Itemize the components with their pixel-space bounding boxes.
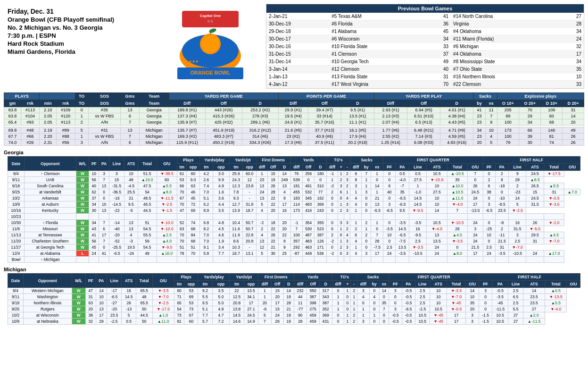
game-log-cell: 2 [495,171,509,177]
game-log-cell: 51 [138,220,157,226]
game-log-cell: 56 [89,238,99,244]
stats-cell: 2 [75,119,88,126]
game-log-cell: ▲5.5 [157,183,177,189]
game-log-cell: 1 [258,288,272,294]
game-log-cell: 11 [294,300,306,306]
game-log-cell: 352 [319,306,332,312]
game-log-cell: 28 [509,177,526,183]
game-log-cell: 44 [294,294,306,300]
game-time: 7:30 p.m. | ESPN [8,32,151,39]
game-log-cell: 10.5 [492,318,508,325]
stats-cell: 37.7 (#13) [308,127,341,134]
stats-cell: Georgia [139,107,169,113]
game-log-cell [371,214,383,220]
game-log-cell: 31 [85,294,96,300]
game-log-cell: 3 [350,183,362,189]
game-log-cell: 13 [124,226,138,232]
stats-cell: 20 [473,140,486,146]
stats-cell: 1.77 (#6) [374,127,407,134]
stats-cell: 49 [563,127,584,134]
game-log-cell: 9/25 [8,306,24,312]
stats-cell: Georgia [139,119,169,126]
stats-cell: #31 [88,127,121,134]
game-log-cell: 1 [350,220,362,226]
game-log-cell: 1 [357,312,370,318]
game-log-cell [409,257,426,263]
game-log-cell: 1 [344,189,350,195]
game-log-cell: 7.7 [213,251,230,257]
game-log-cell: 15 [268,171,279,177]
game-log-cell: W [76,195,89,201]
game-log-cell: -22 [109,208,124,214]
date-col-g: Date [8,157,25,171]
game-log-cell: 48 [124,177,138,183]
game-log-cell: 6.5 [508,294,523,300]
game-log-cell: 3 [509,232,526,238]
stats-cell: 4 [485,134,497,140]
game-log-cell [199,214,213,220]
game-log-cell: 2.5 [415,294,430,300]
m-diff2: diff [294,281,306,288]
d20-header: D 20+ [563,100,584,107]
game-log-cell: ▲4.0 [157,238,177,244]
game-log-cell: 18.7 [243,208,257,214]
game-log-cell [99,214,109,220]
team-header: Team [139,93,169,100]
game-log-cell: 1 [338,201,344,208]
game-log-cell: 34 [89,201,99,208]
game-log-cell: 50.7 [243,220,257,226]
bowl-game-cell: 2-Jan-21 [266,13,329,20]
stats-cell: 2.20 [40,134,57,140]
game-log-cell: 2 [362,232,371,238]
g-off2: Off [303,164,315,171]
g-tm2: tm [199,164,213,171]
game-log-cell: 50 [136,318,152,325]
game-log-cell: -6 [258,306,272,312]
game-log-cell: -3.5 [495,251,509,257]
game-log-cell: -3.5 [383,226,396,232]
game-log-cell: -2 [326,238,338,244]
bowl-game-cell: 4-Jan-12 [266,81,329,88]
game-log-cell: -20 [109,232,124,238]
game-log-cell: 9/25 [8,189,25,195]
game-log-cell: 9.2 [198,288,212,294]
game-log-cell: W [72,288,85,294]
stats-cell: 1 [75,113,88,119]
game-log-cell: 10 [430,300,447,306]
ypt-col-g: Yards/pt [229,157,256,164]
g-diffby: diff [350,164,362,171]
g-diff2: diff [290,164,302,171]
orange-bowl-logo: Capital One ® ® ORANGE BOWL ★★★★★ [168,8,253,84]
stats-cell: 74 [541,140,563,146]
game-log-cell: 24 [383,251,396,257]
game-log-cell: 3 [465,312,479,318]
game-log-cell: 37 [89,195,99,201]
game-log-cell: 7 [379,306,389,312]
game-log-cell: 0 [362,208,371,214]
total-col-m: Total [136,274,152,288]
game-log-cell: -4.5 [124,183,138,189]
game-log-cell: 100 [290,232,302,238]
game-log-cell: 62 [89,189,99,195]
m-vs: vs [379,281,389,288]
bowl-game-cell: 33 [560,81,584,88]
game-log-cell: 32 [85,318,96,325]
game-log-cell: 455 [290,189,302,195]
game-log-cell: 0 [371,226,383,232]
bowl-game-cell: 17 [560,50,584,58]
game-log-cell: 11/20 [8,238,25,244]
game-log-cell: -52 [109,238,124,244]
game-log-cell: -0.5 [492,288,508,294]
bowl-game-cell: #10 Florida State [329,43,427,50]
game-log-cell: 0 [383,220,396,226]
game-log-cell: 12.3 [229,183,243,189]
game-log-cell: ▼-2.5 [509,208,526,214]
stats-cell: 5 [75,127,88,134]
game-log-cell: -2.5 [415,306,430,312]
game-log-cell [229,214,243,220]
game-log-cell: 17 [468,251,483,257]
game-log-cell: 40 [89,183,99,189]
game-log-cell: 24 [526,251,544,257]
g-plus: + [338,164,344,171]
game-log-cell: 532 [303,189,315,195]
